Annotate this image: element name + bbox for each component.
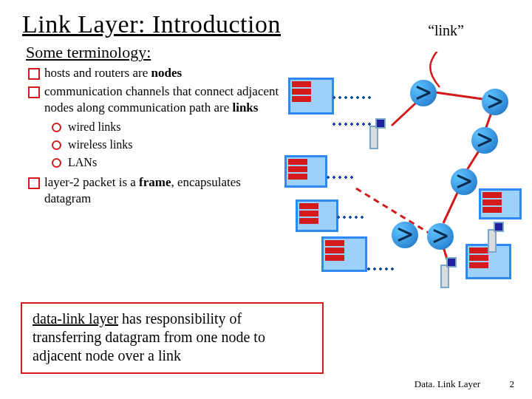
network-diagram [296,52,525,288]
lan-bus [335,216,364,219]
image-placeholder [479,188,522,219]
lan-bus [366,267,395,270]
subbullet-lans: LANs [50,154,288,171]
bullet-nodes: hosts and routers are nodes [28,65,288,81]
host-icon [369,118,386,149]
router-icon [427,223,454,250]
bullet-links: communication channels that connect adja… [28,83,288,172]
bullet-frame-bold: frame [139,175,171,189]
footer-label: Data. Link Layer [415,378,480,390]
host-icon [440,257,457,288]
callout-box: data-link layer has responsibility of tr… [21,302,324,374]
image-placeholder [296,200,338,232]
terminology-list: hosts and routers are nodes communicatio… [0,65,288,209]
router-icon [482,89,508,115]
router-icon [392,222,418,248]
bullet-links-bold: links [232,100,258,115]
lan-bus [331,123,372,126]
link-annotation-label: “link” [428,22,464,39]
bullet-nodes-bold: nodes [151,66,182,80]
host-icon [488,222,504,253]
router-icon [471,127,498,154]
image-placeholder [284,155,327,188]
bullet-nodes-text: hosts and routers are [44,66,151,80]
subbullet-wireless: wireless links [50,136,288,154]
router-icon [410,80,437,106]
image-placeholder [288,78,334,115]
bullet-frame: layer-2 packet is a frame, encapsulates … [28,174,288,207]
lan-bus [331,96,372,99]
lan-bus [325,176,353,179]
footer-page-number: 2 [510,378,515,390]
router-icon [451,168,477,195]
image-placeholder [321,236,367,272]
subbullet-wired: wired links [50,118,288,136]
bullet-frame-pre: layer-2 packet is a [44,175,139,189]
callout-lead: data-link layer [33,310,118,327]
